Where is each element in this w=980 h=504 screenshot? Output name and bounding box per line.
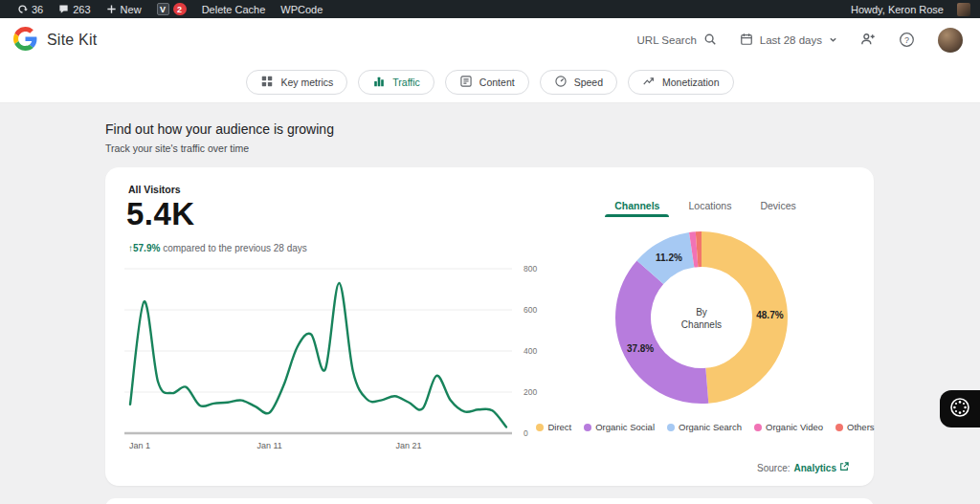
legend-item-organic-video: Organic Video (754, 422, 823, 432)
legend-item-organic-search: Organic Search (667, 422, 742, 432)
channels-donut-chart[interactable]: 48.7%37.8%11.2%ByChannels (606, 227, 805, 410)
page-title: Find out how your audience is growing (105, 121, 334, 137)
legend-dot (754, 424, 762, 431)
legend-dot (835, 424, 843, 431)
url-search-button[interactable]: URL Search (637, 33, 717, 48)
svg-text:37.8%: 37.8% (627, 343, 654, 354)
person-add-icon (860, 32, 876, 49)
app-title: Site Kit (47, 32, 97, 49)
tab-monetization[interactable]: Monetization (628, 70, 734, 95)
tab-content[interactable]: Content (445, 70, 529, 95)
grid-icon (260, 75, 274, 90)
plugin-icon: V (157, 3, 169, 15)
chevron-down-icon (829, 34, 837, 46)
metric-change: ↑57.9% compared to the previous 28 days (128, 243, 307, 253)
tab-locations[interactable]: Locations (688, 200, 731, 217)
date-range-selector[interactable]: Last 28 days (740, 33, 837, 48)
svg-text:By: By (696, 307, 707, 318)
svg-text:Jan 1: Jan 1 (129, 441, 150, 450)
svg-text:11.2%: 11.2% (656, 252, 682, 263)
svg-text:Jan 21: Jan 21 (396, 441, 422, 450)
howdy-account-menu[interactable]: Howdy, Keron Rose (843, 4, 951, 15)
comments-count: 263 (73, 4, 90, 15)
breakdown-tabs: Channels Locations Devices (614, 200, 796, 217)
donut-legend: Direct Organic Social Organic Search Org… (536, 422, 874, 432)
metric-label: All Visitors (128, 184, 181, 195)
calendar-icon (740, 33, 753, 48)
admin-avatar[interactable] (957, 3, 970, 16)
plugin-notifications-menu[interactable]: V 2 (149, 3, 194, 15)
next-card-edge (105, 498, 874, 504)
legend-dot (584, 424, 591, 431)
analytics-source-link[interactable]: Analytics (794, 462, 849, 473)
speedometer-icon (554, 75, 568, 90)
svg-text:?: ? (904, 34, 909, 44)
all-visitors-card: All Visitors 5.4K ↑57.9% compared to the… (105, 167, 874, 486)
wpcode-label: WPCode (280, 4, 323, 15)
delete-cache-menu[interactable]: Delete Cache (194, 4, 274, 15)
wp-admin-bar: 36 263 New V 2 Delete Cache WPCode Howdy… (0, 0, 980, 18)
tab-label: Key metrics (280, 77, 333, 88)
delete-cache-label: Delete Cache (202, 4, 266, 15)
tab-label: Speed (574, 77, 603, 88)
visitors-line-chart[interactable]: 0200400600800Jan 1Jan 11Jan 21 (124, 261, 560, 456)
google-g-icon (13, 27, 37, 55)
legend-item-others: Others (835, 422, 875, 432)
help-icon: ? (899, 32, 915, 50)
tab-channels[interactable]: Channels (614, 200, 659, 217)
source-prefix: Source: (757, 463, 790, 473)
user-avatar[interactable] (938, 28, 963, 53)
updates-icon (17, 4, 28, 14)
legend-dot (667, 424, 675, 431)
tab-label: Traffic (392, 77, 420, 88)
url-search-label: URL Search (637, 34, 697, 46)
svg-text:800: 800 (523, 264, 537, 274)
svg-text:48.7%: 48.7% (756, 310, 783, 320)
tab-speed[interactable]: Speed (540, 70, 617, 95)
accessibility-widget-icon (948, 396, 971, 423)
source-line: Source: Analytics (757, 462, 849, 473)
tab-traffic[interactable]: Traffic (358, 70, 434, 95)
new-menu[interactable]: New (99, 4, 149, 15)
legend-item-direct: Direct (536, 422, 571, 432)
new-label: New (121, 4, 142, 15)
wpcode-menu[interactable]: WPCode (273, 4, 330, 15)
tab-key-metrics[interactable]: Key metrics (246, 70, 347, 95)
help-button[interactable]: ? (899, 32, 915, 50)
updates-menu[interactable]: 36 (10, 4, 51, 15)
tab-devices[interactable]: Devices (760, 200, 795, 217)
change-text: compared to the previous 28 days (163, 243, 307, 253)
tab-label: Monetization (662, 77, 720, 88)
comments-menu[interactable]: 263 (51, 4, 98, 15)
sitekit-logo: Site Kit (13, 27, 97, 55)
svg-text:200: 200 (523, 387, 537, 397)
search-icon (703, 33, 717, 48)
legend-item-organic-social: Organic Social (584, 422, 655, 432)
trending-up-icon (642, 75, 656, 90)
document-list-icon (459, 75, 473, 90)
legend-dot (536, 424, 544, 431)
svg-text:Jan 11: Jan 11 (256, 441, 281, 450)
dashboard-nav: Key metrics Traffic Content Speed Moneti… (0, 62, 980, 103)
external-link-icon (839, 462, 849, 473)
comments-icon (58, 4, 69, 14)
svg-text:400: 400 (523, 346, 537, 356)
bar-chart-icon (372, 75, 386, 90)
plus-icon (106, 4, 117, 14)
svg-text:0: 0 (523, 428, 528, 438)
tab-label: Content (479, 77, 515, 88)
share-access-button[interactable] (860, 32, 876, 49)
updates-count: 36 (32, 4, 43, 15)
change-value: 57.9% (133, 243, 160, 253)
page-subtitle: Track your site's traffic over time (105, 142, 249, 154)
svg-text:600: 600 (523, 305, 537, 315)
metric-value: 5.4K (126, 196, 195, 232)
sitekit-header: Site Kit URL Search Last 28 days ? (0, 18, 980, 62)
date-range-label: Last 28 days (760, 34, 822, 46)
notification-badge: 2 (173, 3, 187, 15)
floating-widget-button[interactable] (940, 390, 980, 427)
svg-text:Channels: Channels (681, 319, 722, 330)
